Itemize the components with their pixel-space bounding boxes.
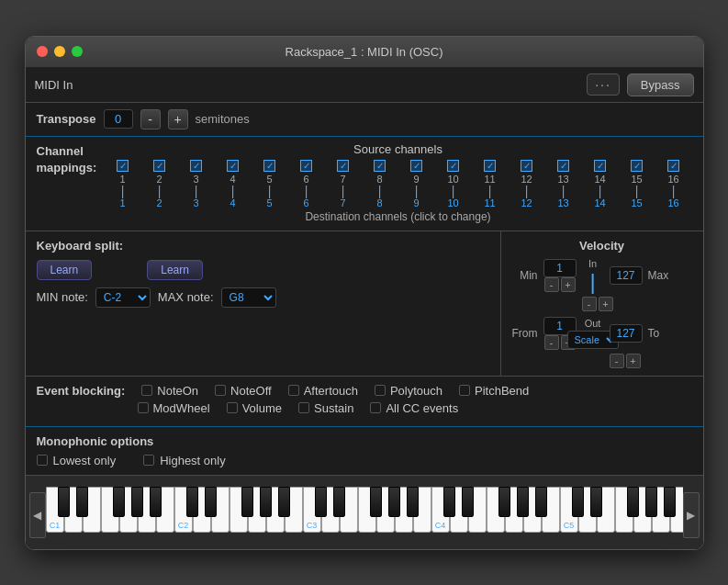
event-pitchbend-checkbox[interactable] bbox=[459, 385, 470, 396]
ch-cell-6: 6 | 6 bbox=[288, 160, 325, 208]
ch-checkbox-4[interactable] bbox=[227, 160, 239, 172]
event-noteon-checkbox[interactable] bbox=[141, 385, 152, 396]
black-key-2-0[interactable] bbox=[186, 487, 198, 517]
transpose-input[interactable] bbox=[104, 109, 133, 129]
minimize-button[interactable] bbox=[54, 46, 65, 57]
black-key-1-5[interactable] bbox=[150, 487, 162, 517]
event-blocking-row1: Event blocking: NoteOn NoteOff Aftertouc… bbox=[37, 384, 692, 398]
black-key-1-0[interactable] bbox=[58, 487, 70, 517]
maximize-button[interactable] bbox=[72, 46, 83, 57]
transpose-minus-button[interactable]: - bbox=[140, 109, 161, 129]
velocity-min-minus[interactable]: - bbox=[544, 277, 559, 292]
black-key-5-5[interactable] bbox=[664, 487, 676, 517]
velocity-to-input[interactable] bbox=[610, 324, 643, 343]
ch-cell-10: 10 | 10 bbox=[435, 160, 472, 208]
velocity-to-plus[interactable]: + bbox=[626, 354, 641, 368]
transpose-plus-button[interactable]: + bbox=[168, 109, 188, 129]
ch-checkbox-9[interactable] bbox=[410, 160, 422, 172]
min-note-select[interactable]: C-2 bbox=[95, 287, 151, 308]
ch-cell-7: 7 | 7 bbox=[325, 160, 362, 208]
black-key-4-4[interactable] bbox=[517, 487, 529, 517]
ch-checkbox-3[interactable] bbox=[190, 160, 202, 172]
black-key-3-5[interactable] bbox=[407, 487, 419, 517]
black-key-1-1[interactable] bbox=[76, 487, 88, 517]
ch-checkbox-16[interactable] bbox=[667, 160, 679, 172]
window-title: Rackspace_1 : MIDI In (OSC) bbox=[286, 45, 443, 59]
black-key-5-3[interactable] bbox=[627, 487, 639, 517]
ch-checkbox-5[interactable] bbox=[263, 160, 275, 172]
black-key-2-3[interactable] bbox=[241, 487, 253, 517]
ch-checkbox-15[interactable] bbox=[631, 160, 643, 172]
black-key-1-4[interactable] bbox=[131, 487, 143, 517]
lowest-only-label: Lowest only bbox=[53, 454, 117, 467]
ch-cell-2: 2 | 2 bbox=[141, 160, 178, 208]
black-key-4-5[interactable] bbox=[535, 487, 547, 517]
velocity-section: Velocity Min - + In | bbox=[501, 231, 703, 376]
event-modwheel-checkbox[interactable] bbox=[138, 402, 149, 413]
ch-checkbox-2[interactable] bbox=[153, 160, 165, 172]
black-key-2-1[interactable] bbox=[205, 487, 217, 517]
source-channels-title: Source channels bbox=[105, 142, 692, 156]
close-button[interactable] bbox=[37, 46, 48, 57]
black-key-4-1[interactable] bbox=[462, 487, 474, 517]
black-key-3-4[interactable] bbox=[388, 487, 400, 517]
event-sustain-checkbox[interactable] bbox=[298, 402, 309, 413]
black-key-5-1[interactable] bbox=[590, 487, 602, 517]
piano-scroll: ◀ // Generate piano keys C1-C6 = 5 octav… bbox=[29, 481, 700, 549]
black-key-5-0[interactable] bbox=[572, 487, 584, 517]
velocity-max-minus[interactable]: - bbox=[582, 297, 597, 311]
learn-min-button[interactable]: Learn bbox=[37, 260, 93, 280]
velocity-to-minus[interactable]: - bbox=[610, 354, 624, 368]
black-key-3-1[interactable] bbox=[333, 487, 345, 517]
piano-left-arrow[interactable]: ◀ bbox=[29, 492, 46, 538]
options-button[interactable]: ··· bbox=[587, 73, 620, 96]
ch-checkbox-13[interactable] bbox=[557, 160, 569, 172]
velocity-min-pm: - + bbox=[544, 277, 576, 292]
main-window: Rackspace_1 : MIDI In (OSC) MIDI In ··· … bbox=[25, 36, 704, 550]
velocity-max-input[interactable] bbox=[610, 266, 643, 285]
ch-checkbox-10[interactable] bbox=[447, 160, 459, 172]
ch-checkbox-14[interactable] bbox=[594, 160, 606, 172]
event-blocking-title: Event blocking: bbox=[37, 384, 126, 398]
max-note-select[interactable]: G8 bbox=[221, 287, 276, 308]
velocity-in-pipe: | bbox=[589, 271, 595, 293]
velocity-to-pm: - + bbox=[610, 354, 641, 368]
destination-channels-title[interactable]: Destination channels (click to change) bbox=[105, 210, 692, 223]
ch-cell-16: 16 | 16 bbox=[655, 160, 692, 208]
black-key-1-3[interactable] bbox=[113, 487, 125, 517]
ch-cell-8: 8 | 8 bbox=[362, 160, 398, 208]
black-key-2-4[interactable] bbox=[260, 487, 272, 517]
velocity-min-input[interactable] bbox=[543, 259, 577, 277]
event-volume-checkbox[interactable] bbox=[227, 402, 238, 413]
velocity-from-minus[interactable]: - bbox=[544, 335, 559, 350]
black-key-3-0[interactable] bbox=[315, 487, 327, 517]
event-noteoff-checkbox[interactable] bbox=[215, 385, 226, 396]
learn-max-button[interactable]: Learn bbox=[147, 260, 203, 280]
velocity-min-plus[interactable]: + bbox=[561, 277, 576, 292]
ch-checkbox-1[interactable] bbox=[117, 160, 129, 172]
black-key-2-5[interactable] bbox=[278, 487, 290, 517]
black-key-4-0[interactable] bbox=[443, 487, 455, 517]
event-aftertouch-checkbox[interactable] bbox=[288, 385, 299, 396]
ch-checkbox-12[interactable] bbox=[521, 160, 532, 172]
max-label: Max bbox=[648, 269, 669, 282]
highest-only-label: Highest only bbox=[160, 454, 226, 467]
piano-right-arrow[interactable]: ▶ bbox=[683, 492, 700, 538]
event-sustain: Sustain bbox=[298, 401, 353, 415]
ch-checkbox-11[interactable] bbox=[484, 160, 496, 172]
event-polytouch-checkbox[interactable] bbox=[375, 385, 386, 396]
lowest-only-checkbox[interactable] bbox=[37, 455, 48, 466]
ch-checkbox-6[interactable] bbox=[300, 160, 312, 172]
velocity-max-plus[interactable]: + bbox=[599, 297, 613, 311]
black-key-3-3[interactable] bbox=[370, 487, 382, 517]
midi-in-label: MIDI In bbox=[35, 78, 580, 92]
ch-checkbox-8[interactable] bbox=[374, 160, 386, 172]
event-allcc-checkbox[interactable] bbox=[370, 402, 381, 413]
black-key-4-3[interactable] bbox=[498, 487, 510, 517]
bypass-button[interactable]: Bypass bbox=[627, 73, 694, 96]
black-key-5-4[interactable] bbox=[645, 487, 657, 517]
highest-only-checkbox[interactable] bbox=[143, 455, 154, 466]
ch-cell-4: 4 | 4 bbox=[215, 160, 252, 208]
ch-checkbox-7[interactable] bbox=[337, 160, 349, 172]
ch-cell-12: 12 | 12 bbox=[509, 160, 545, 208]
